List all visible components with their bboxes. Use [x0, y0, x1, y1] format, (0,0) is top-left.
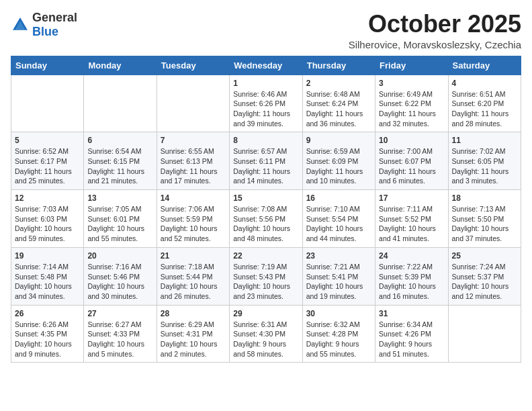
day-info: Sunrise: 6:57 AM Sunset: 6:11 PM Dayligh… [233, 146, 298, 186]
day-info: Sunrise: 6:48 AM Sunset: 6:24 PM Dayligh… [306, 89, 371, 129]
calendar-cell [157, 75, 229, 132]
day-number: 11 [452, 136, 517, 145]
day-info: Sunrise: 7:18 AM Sunset: 5:44 PM Dayligh… [161, 262, 226, 302]
day-number: 24 [379, 251, 444, 261]
calendar-cell: 24Sunrise: 7:22 AM Sunset: 5:39 PM Dayli… [375, 247, 448, 305]
day-number: 15 [233, 193, 298, 203]
calendar-cell: 3Sunrise: 6:49 AM Sunset: 6:22 PM Daylig… [375, 75, 448, 132]
calendar-cell [11, 75, 84, 132]
day-info: Sunrise: 7:21 AM Sunset: 5:41 PM Dayligh… [306, 262, 371, 302]
day-info: Sunrise: 7:03 AM Sunset: 6:03 PM Dayligh… [15, 204, 80, 244]
day-number: 6 [87, 136, 152, 145]
calendar-cell: 12Sunrise: 7:03 AM Sunset: 6:03 PM Dayli… [11, 190, 84, 248]
calendar-table: SundayMondayTuesdayWednesdayThursdayFrid… [11, 56, 521, 363]
month-title: October 2025 [349, 11, 521, 38]
logo-text-general: General [32, 11, 77, 24]
day-number: 8 [233, 136, 298, 145]
calendar-cell: 21Sunrise: 7:18 AM Sunset: 5:44 PM Dayli… [157, 247, 229, 305]
day-number: 13 [87, 193, 152, 203]
day-info: Sunrise: 6:26 AM Sunset: 4:35 PM Dayligh… [15, 320, 80, 359]
day-info: Sunrise: 6:34 AM Sunset: 4:26 PM Dayligh… [379, 320, 444, 359]
calendar-cell: 10Sunrise: 7:00 AM Sunset: 6:07 PM Dayli… [375, 132, 448, 190]
day-info: Sunrise: 7:16 AM Sunset: 5:46 PM Dayligh… [87, 262, 152, 302]
calendar-week-5: 26Sunrise: 6:26 AM Sunset: 4:35 PM Dayli… [11, 305, 521, 363]
page-header: General Blue October 2025 Silherovice, M… [11, 11, 521, 50]
day-number: 12 [15, 193, 80, 203]
day-info: Sunrise: 6:52 AM Sunset: 6:17 PM Dayligh… [15, 146, 80, 186]
day-info: Sunrise: 6:46 AM Sunset: 6:26 PM Dayligh… [233, 89, 298, 129]
day-number: 23 [306, 251, 371, 261]
calendar-cell [84, 75, 157, 132]
calendar-cell: 26Sunrise: 6:26 AM Sunset: 4:35 PM Dayli… [11, 305, 84, 363]
calendar-cell: 13Sunrise: 7:05 AM Sunset: 6:01 PM Dayli… [84, 190, 157, 248]
calendar-cell: 1Sunrise: 6:46 AM Sunset: 6:26 PM Daylig… [230, 75, 302, 132]
calendar-cell: 2Sunrise: 6:48 AM Sunset: 6:24 PM Daylig… [302, 75, 375, 132]
logo-text-blue: Blue [32, 25, 58, 38]
weekday-header-monday: Monday [84, 56, 157, 75]
day-info: Sunrise: 7:10 AM Sunset: 5:54 PM Dayligh… [306, 204, 371, 244]
day-info: Sunrise: 7:14 AM Sunset: 5:48 PM Dayligh… [15, 262, 80, 302]
day-info: Sunrise: 6:27 AM Sunset: 4:33 PM Dayligh… [87, 320, 152, 359]
calendar-cell: 30Sunrise: 6:32 AM Sunset: 4:28 PM Dayli… [302, 305, 375, 363]
day-number: 17 [379, 193, 444, 203]
day-number: 9 [306, 136, 371, 145]
day-info: Sunrise: 7:11 AM Sunset: 5:52 PM Dayligh… [379, 204, 444, 244]
calendar-cell: 17Sunrise: 7:11 AM Sunset: 5:52 PM Dayli… [375, 190, 448, 248]
calendar-cell: 29Sunrise: 6:31 AM Sunset: 4:30 PM Dayli… [230, 305, 302, 363]
day-number: 10 [379, 136, 444, 145]
day-info: Sunrise: 7:05 AM Sunset: 6:01 PM Dayligh… [87, 204, 152, 244]
calendar-week-1: 1Sunrise: 6:46 AM Sunset: 6:26 PM Daylig… [11, 75, 521, 132]
day-number: 14 [161, 193, 226, 203]
calendar-cell: 18Sunrise: 7:13 AM Sunset: 5:50 PM Dayli… [448, 190, 521, 248]
calendar-cell: 31Sunrise: 6:34 AM Sunset: 4:26 PM Dayli… [375, 305, 448, 363]
calendar-cell: 16Sunrise: 7:10 AM Sunset: 5:54 PM Dayli… [302, 190, 375, 248]
calendar-cell: 7Sunrise: 6:55 AM Sunset: 6:13 PM Daylig… [157, 132, 229, 190]
day-info: Sunrise: 6:55 AM Sunset: 6:13 PM Dayligh… [161, 146, 226, 186]
day-number: 21 [161, 251, 226, 261]
logo: General Blue [11, 11, 77, 39]
logo-icon [11, 15, 30, 34]
day-info: Sunrise: 6:49 AM Sunset: 6:22 PM Dayligh… [379, 89, 444, 129]
day-number: 31 [379, 309, 444, 318]
day-info: Sunrise: 7:24 AM Sunset: 5:37 PM Dayligh… [452, 262, 517, 302]
calendar-cell: 19Sunrise: 7:14 AM Sunset: 5:48 PM Dayli… [11, 247, 84, 305]
location-title: Silherovice, Moravskoslezsky, Czechia [349, 39, 521, 50]
day-number: 5 [15, 136, 80, 145]
day-info: Sunrise: 7:08 AM Sunset: 5:56 PM Dayligh… [233, 204, 298, 244]
calendar-cell: 14Sunrise: 7:06 AM Sunset: 5:59 PM Dayli… [157, 190, 229, 248]
day-number: 22 [233, 251, 298, 261]
calendar-cell [448, 305, 521, 363]
day-number: 16 [306, 193, 371, 203]
day-info: Sunrise: 6:54 AM Sunset: 6:15 PM Dayligh… [87, 146, 152, 186]
calendar-cell: 6Sunrise: 6:54 AM Sunset: 6:15 PM Daylig… [84, 132, 157, 190]
day-info: Sunrise: 6:51 AM Sunset: 6:20 PM Dayligh… [452, 89, 517, 129]
calendar-week-4: 19Sunrise: 7:14 AM Sunset: 5:48 PM Dayli… [11, 247, 521, 305]
weekday-header-thursday: Thursday [302, 56, 375, 75]
calendar-week-2: 5Sunrise: 6:52 AM Sunset: 6:17 PM Daylig… [11, 132, 521, 190]
weekday-header-row: SundayMondayTuesdayWednesdayThursdayFrid… [11, 56, 521, 75]
calendar-cell: 28Sunrise: 6:29 AM Sunset: 4:31 PM Dayli… [157, 305, 229, 363]
weekday-header-tuesday: Tuesday [157, 56, 229, 75]
day-info: Sunrise: 6:29 AM Sunset: 4:31 PM Dayligh… [161, 320, 226, 359]
day-info: Sunrise: 6:59 AM Sunset: 6:09 PM Dayligh… [306, 146, 371, 186]
calendar-cell: 5Sunrise: 6:52 AM Sunset: 6:17 PM Daylig… [11, 132, 84, 190]
day-info: Sunrise: 6:32 AM Sunset: 4:28 PM Dayligh… [306, 320, 371, 359]
day-number: 18 [452, 193, 517, 203]
day-number: 3 [379, 79, 444, 88]
day-info: Sunrise: 7:00 AM Sunset: 6:07 PM Dayligh… [379, 146, 444, 186]
day-number: 4 [452, 79, 517, 88]
day-number: 20 [87, 251, 152, 261]
day-info: Sunrise: 7:02 AM Sunset: 6:05 PM Dayligh… [452, 146, 517, 186]
day-number: 1 [233, 79, 298, 88]
calendar-cell: 25Sunrise: 7:24 AM Sunset: 5:37 PM Dayli… [448, 247, 521, 305]
day-number: 2 [306, 79, 371, 88]
day-info: Sunrise: 7:19 AM Sunset: 5:43 PM Dayligh… [233, 262, 298, 302]
weekday-header-sunday: Sunday [11, 56, 84, 75]
weekday-header-wednesday: Wednesday [230, 56, 302, 75]
day-info: Sunrise: 7:13 AM Sunset: 5:50 PM Dayligh… [452, 204, 517, 244]
day-number: 26 [15, 309, 80, 318]
calendar-week-3: 12Sunrise: 7:03 AM Sunset: 6:03 PM Dayli… [11, 190, 521, 248]
calendar-cell: 15Sunrise: 7:08 AM Sunset: 5:56 PM Dayli… [230, 190, 302, 248]
day-info: Sunrise: 6:31 AM Sunset: 4:30 PM Dayligh… [233, 320, 298, 359]
calendar-cell: 27Sunrise: 6:27 AM Sunset: 4:33 PM Dayli… [84, 305, 157, 363]
